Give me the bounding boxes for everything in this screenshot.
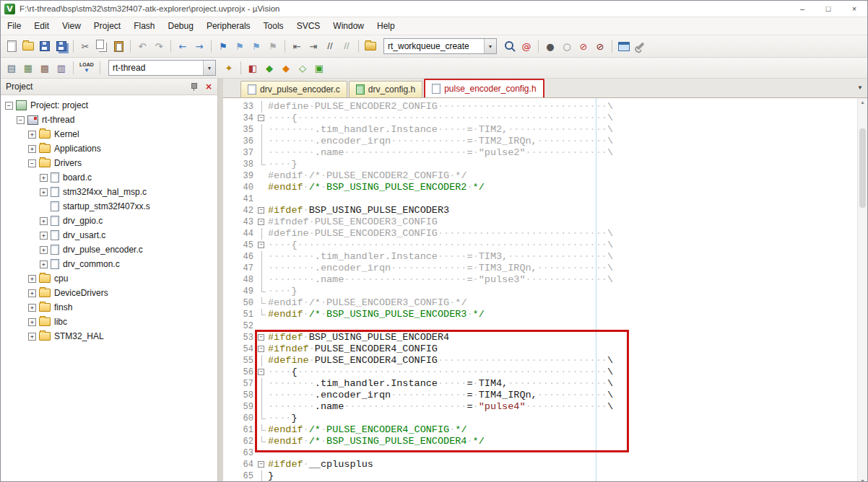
manage-items-icon[interactable]: ◆ bbox=[278, 60, 294, 76]
expand-toggle[interactable]: − bbox=[5, 102, 13, 110]
panel-splitter[interactable] bbox=[218, 79, 223, 482]
fold-toggle[interactable]: − bbox=[256, 459, 268, 470]
debug-views-icon[interactable] bbox=[616, 38, 632, 54]
target-select-input[interactable] bbox=[109, 61, 203, 75]
tree-item-drv-pulse-encoder-c[interactable]: +drv_pulse_encoder.c bbox=[1, 242, 217, 257]
code-line-56[interactable]: 56−····{································… bbox=[229, 367, 867, 378]
save-icon[interactable] bbox=[37, 38, 53, 54]
menu-peripherals[interactable]: Peripherals bbox=[200, 17, 257, 35]
code-line-63[interactable]: 63 bbox=[229, 447, 867, 459]
chevron-down-icon[interactable]: ▼ bbox=[484, 39, 496, 53]
copy-icon[interactable] bbox=[94, 38, 110, 54]
menu-debug[interactable]: Debug bbox=[162, 17, 200, 35]
expand-toggle[interactable]: + bbox=[28, 289, 36, 297]
expand-toggle[interactable]: + bbox=[40, 232, 48, 240]
code-line-57[interactable]: 57········.tim_handler.Instance·····=·TI… bbox=[229, 378, 867, 390]
search-input[interactable] bbox=[384, 39, 484, 53]
fold-toggle[interactable]: − bbox=[256, 332, 268, 343]
tree-item-startup-stm32f407xx-s[interactable]: startup_stm32f407xx.s bbox=[1, 199, 217, 214]
find-icon[interactable] bbox=[502, 38, 518, 54]
rebuild-all-icon[interactable]: ▩ bbox=[37, 60, 53, 76]
menu-flash[interactable]: Flash bbox=[127, 17, 161, 35]
expand-toggle[interactable]: − bbox=[28, 159, 36, 167]
fold-toggle[interactable]: − bbox=[256, 113, 268, 124]
bookmark-next-icon[interactable]: ⚑ bbox=[248, 38, 264, 54]
tree-item-finsh[interactable]: +finsh bbox=[1, 300, 217, 315]
bookmark-clear-all-icon[interactable]: ⚑ bbox=[265, 38, 281, 54]
menu-edit[interactable]: Edit bbox=[27, 17, 56, 35]
redo-icon[interactable]: ↷ bbox=[151, 38, 167, 54]
tree-item-cpu[interactable]: +cpu bbox=[1, 271, 217, 286]
tree-item-rt-thread[interactable]: −rt-thread bbox=[1, 113, 217, 127]
uncomment-selection-icon[interactable]: // bbox=[339, 38, 355, 54]
code-line-36[interactable]: 36········.encoder_irqn·············=·TI… bbox=[229, 136, 867, 147]
unindent-icon[interactable]: ⇤ bbox=[289, 38, 305, 54]
code-line-34[interactable]: 34−····{································… bbox=[229, 113, 867, 124]
fold-toggle[interactable]: − bbox=[256, 367, 268, 378]
indent-icon[interactable]: ⇥ bbox=[305, 38, 321, 54]
code-line-42[interactable]: 42−#ifdef·BSP_USING_PULSE_ENCODER3 bbox=[229, 205, 867, 216]
tree-item-project-project[interactable]: −Project: project bbox=[1, 98, 217, 113]
breakpoint-enable-disable-icon[interactable]: ○ bbox=[559, 38, 575, 54]
close-button[interactable]: × bbox=[841, 1, 867, 17]
options-for-target-icon[interactable]: ✦ bbox=[221, 60, 237, 76]
expand-toggle[interactable]: + bbox=[28, 145, 36, 153]
maximize-button[interactable]: □ bbox=[815, 1, 841, 17]
tree-item-applications[interactable]: +Applications bbox=[1, 141, 217, 156]
menu-file[interactable]: File bbox=[1, 17, 27, 35]
find-in-files-icon[interactable] bbox=[363, 38, 378, 54]
code-line-49[interactable]: 49····} bbox=[229, 286, 867, 297]
tree-item-drv-common-c[interactable]: +drv_common.c bbox=[1, 257, 217, 271]
breakpoint-toggle-icon[interactable]: ● bbox=[542, 38, 558, 54]
search-combobox[interactable]: ▼ bbox=[383, 38, 497, 54]
menu-help[interactable]: Help bbox=[370, 17, 402, 35]
code-line-53[interactable]: 53−#ifdef·BSP_USING_PULSE_ENCODER4 bbox=[229, 332, 867, 343]
tree-item-devicedrivers[interactable]: +DeviceDrivers bbox=[1, 286, 217, 300]
save-all-icon[interactable] bbox=[53, 38, 69, 54]
code-line-55[interactable]: 55#define·PULSE_ENCODER4_CONFIG·········… bbox=[229, 355, 867, 367]
code-line-50[interactable]: 50#endif·/*·PULSE_ENCODER3_CONFIG·*/ bbox=[229, 297, 867, 309]
expand-toggle[interactable]: + bbox=[40, 188, 48, 196]
select-packs-icon[interactable]: ◇ bbox=[295, 60, 311, 76]
comment-selection-icon[interactable]: // bbox=[322, 38, 338, 54]
navigate-back-icon[interactable]: ← bbox=[175, 38, 191, 54]
expand-toggle[interactable]: + bbox=[28, 275, 36, 283]
menu-project[interactable]: Project bbox=[87, 17, 127, 35]
code-line-54[interactable]: 54−#ifndef·PULSE_ENCODER4_CONFIG bbox=[229, 343, 867, 355]
bookmark-previous-icon[interactable]: ⚑ bbox=[232, 38, 248, 54]
code-line-40[interactable]: 40#endif·/*·BSP_USING_PULSE_ENCODER2·*/ bbox=[229, 182, 867, 193]
navigate-forward-icon[interactable]: → bbox=[191, 38, 207, 54]
code-line-59[interactable]: 59········.name·····················=·"p… bbox=[229, 401, 867, 413]
expand-toggle[interactable]: + bbox=[28, 304, 36, 312]
expand-toggle[interactable]: + bbox=[40, 246, 48, 254]
code-line-37[interactable]: 37········.name·····················=·"p… bbox=[229, 147, 867, 159]
menu-tools[interactable]: Tools bbox=[257, 17, 290, 35]
incremental-find-icon[interactable]: @ bbox=[518, 38, 534, 54]
scroll-down-icon[interactable]: ▼ bbox=[858, 477, 867, 482]
undo-icon[interactable]: ↶ bbox=[134, 38, 150, 54]
target-select-combobox[interactable]: ▼ bbox=[108, 60, 216, 76]
open-file-icon[interactable] bbox=[20, 38, 36, 54]
code-line-47[interactable]: 47········.encoder_irqn·············=·TI… bbox=[229, 263, 867, 274]
code-line-41[interactable]: 41 bbox=[229, 193, 867, 205]
expand-toggle[interactable]: − bbox=[17, 116, 25, 124]
tree-item-drv-usart-c[interactable]: +drv_usart.c bbox=[1, 228, 217, 242]
fold-toggle[interactable]: − bbox=[256, 343, 268, 355]
code-line-52[interactable]: 52 bbox=[229, 320, 867, 332]
tab-drv-pulse-encoder-c[interactable]: drv_pulse_encoder.c bbox=[240, 81, 347, 97]
code-line-65[interactable]: 65} bbox=[229, 470, 867, 482]
paste-icon[interactable] bbox=[110, 38, 126, 54]
batch-build-icon[interactable]: ▥ bbox=[53, 60, 69, 76]
code-line-39[interactable]: 39#endif·/*·PULSE_ENCODER2_CONFIG·*/ bbox=[229, 170, 867, 182]
code-line-45[interactable]: 45−····{································… bbox=[229, 240, 867, 251]
code-line-33[interactable]: 33#define·PULSE_ENCODER2_CONFIG·········… bbox=[229, 101, 867, 113]
code-area[interactable]: 33#define·PULSE_ENCODER2_CONFIG·········… bbox=[223, 97, 867, 482]
breakpoint-disable-all-icon[interactable]: ⊘ bbox=[576, 38, 591, 54]
breakpoint-kill-all-icon[interactable]: ⊘ bbox=[592, 38, 608, 54]
fold-toggle[interactable]: − bbox=[256, 240, 268, 251]
code-line-60[interactable]: 60····} bbox=[229, 413, 867, 424]
code-line-48[interactable]: 48········.name·····················=·"p… bbox=[229, 274, 867, 286]
fold-toggle[interactable]: − bbox=[256, 205, 268, 216]
code-line-38[interactable]: 38····} bbox=[229, 159, 867, 170]
tree-item-drivers[interactable]: −Drivers bbox=[1, 156, 217, 170]
